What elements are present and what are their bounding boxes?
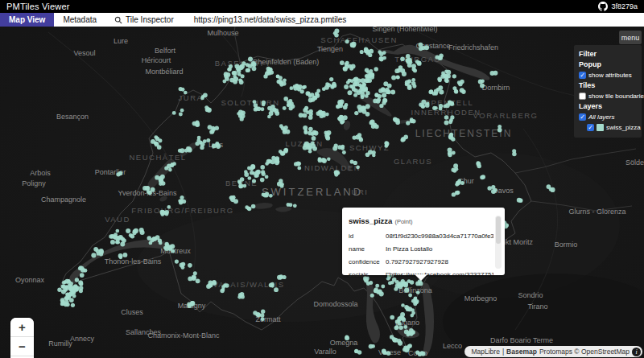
show-tile-boundaries-checkbox[interactable] — [579, 93, 586, 100]
pizza-point[interactable] — [345, 61, 349, 65]
pizza-point[interactable] — [356, 165, 360, 169]
pizza-point[interactable] — [340, 121, 344, 125]
pizza-point[interactable] — [233, 80, 237, 84]
pizza-point[interactable] — [195, 142, 200, 146]
pizza-point[interactable] — [260, 165, 265, 170]
pizza-point[interactable] — [179, 87, 183, 91]
pizza-point[interactable] — [359, 138, 363, 142]
pizza-point[interactable] — [175, 260, 179, 264]
pizza-point[interactable] — [450, 102, 454, 106]
maplibre-link[interactable]: MapLibre — [471, 348, 499, 356]
pizza-point[interactable] — [343, 105, 348, 109]
pizza-point[interactable] — [460, 181, 464, 185]
pizza-point[interactable] — [265, 72, 269, 76]
pizza-point[interactable] — [382, 93, 386, 98]
pizza-point[interactable] — [424, 45, 429, 50]
pizza-point[interactable] — [270, 159, 275, 164]
pizza-point[interactable] — [448, 120, 452, 124]
pizza-point[interactable] — [120, 242, 125, 247]
pizza-point[interactable] — [416, 290, 420, 294]
pizza-point[interactable] — [126, 228, 130, 233]
pizza-point[interactable] — [212, 280, 216, 284]
pizza-point[interactable] — [476, 161, 480, 165]
pizza-point[interactable] — [78, 281, 83, 286]
pizza-point[interactable] — [276, 160, 280, 164]
pizza-point[interactable] — [365, 152, 370, 157]
pizza-point[interactable] — [364, 48, 369, 53]
pizza-point[interactable] — [413, 68, 417, 72]
pizza-point[interactable] — [110, 240, 115, 245]
pizza-point[interactable] — [408, 294, 412, 298]
pizza-point[interactable] — [512, 152, 516, 156]
pizza-point[interactable] — [232, 71, 236, 75]
tab-tile-inspector[interactable]: Tile Inspector — [105, 13, 183, 27]
pizza-point[interactable] — [307, 92, 311, 96]
pizza-point[interactable] — [326, 130, 331, 135]
pizza-point[interactable] — [444, 115, 449, 120]
pizza-point[interactable] — [251, 62, 256, 67]
pizza-point[interactable] — [168, 168, 172, 172]
pizza-point[interactable] — [316, 89, 320, 93]
pizza-point[interactable] — [57, 287, 61, 291]
pizza-point[interactable] — [367, 78, 372, 83]
pizza-point[interactable] — [341, 145, 345, 149]
pizza-point[interactable] — [188, 147, 192, 152]
pizza-point[interactable] — [115, 229, 119, 233]
pizza-point[interactable] — [365, 112, 370, 117]
pizza-point[interactable] — [402, 72, 407, 76]
pizza-point[interactable] — [449, 133, 453, 137]
pizza-point[interactable] — [260, 178, 265, 183]
pizza-point[interactable] — [497, 125, 502, 129]
pizza-point[interactable] — [413, 302, 417, 306]
pizza-point[interactable] — [254, 174, 258, 178]
pizza-point[interactable] — [211, 126, 215, 130]
pizza-point[interactable] — [374, 67, 378, 71]
pizza-point[interactable] — [354, 350, 358, 354]
pizza-point[interactable] — [142, 186, 147, 191]
pizza-point[interactable] — [411, 311, 415, 315]
pizza-point[interactable] — [253, 311, 257, 315]
pizza-point[interactable] — [400, 316, 405, 321]
pizza-point[interactable] — [64, 285, 68, 289]
pizza-point[interactable] — [353, 161, 357, 165]
pizza-point[interactable] — [133, 229, 137, 233]
pizza-point[interactable] — [461, 89, 466, 94]
pizza-point[interactable] — [517, 198, 522, 203]
pizza-point[interactable] — [397, 339, 402, 344]
pizza-point[interactable] — [351, 42, 356, 47]
pizza-point[interactable] — [425, 103, 430, 108]
pizza-point[interactable] — [481, 175, 485, 179]
pizza-point[interactable] — [456, 181, 460, 185]
pizza-point[interactable] — [270, 282, 275, 286]
pizza-point[interactable] — [164, 166, 168, 170]
pizza-point[interactable] — [61, 284, 65, 288]
pizza-point[interactable] — [215, 142, 219, 146]
pizza-point[interactable] — [178, 149, 182, 153]
pizza-point[interactable] — [238, 183, 243, 188]
pizza-point[interactable] — [159, 177, 163, 181]
pizza-point[interactable] — [250, 167, 254, 171]
pizza-point[interactable] — [402, 348, 407, 352]
pizza-point[interactable] — [67, 280, 71, 284]
pizza-point[interactable] — [188, 277, 192, 282]
pizza-point[interactable] — [381, 284, 385, 288]
pizza-point[interactable] — [283, 97, 288, 101]
show-attributes-checkbox[interactable]: ✓ — [579, 72, 586, 79]
pizza-point[interactable] — [246, 207, 250, 211]
pizza-point[interactable] — [155, 175, 159, 180]
pizza-point[interactable] — [254, 107, 258, 111]
pizza-point[interactable] — [406, 121, 410, 125]
pizza-point[interactable] — [79, 289, 83, 293]
pizza-point[interactable] — [375, 284, 379, 288]
pizza-point[interactable] — [344, 84, 349, 89]
pizza-point[interactable] — [276, 75, 280, 79]
pizza-point[interactable] — [279, 80, 283, 85]
pizza-point[interactable] — [64, 300, 69, 305]
pizza-point[interactable] — [369, 120, 374, 125]
pizza-point[interactable] — [352, 87, 356, 91]
pizza-point[interactable] — [348, 90, 353, 95]
pizza-point[interactable] — [396, 76, 400, 80]
pizza-point[interactable] — [279, 276, 283, 280]
pizza-point[interactable] — [240, 117, 244, 121]
pizza-point[interactable] — [448, 151, 452, 155]
